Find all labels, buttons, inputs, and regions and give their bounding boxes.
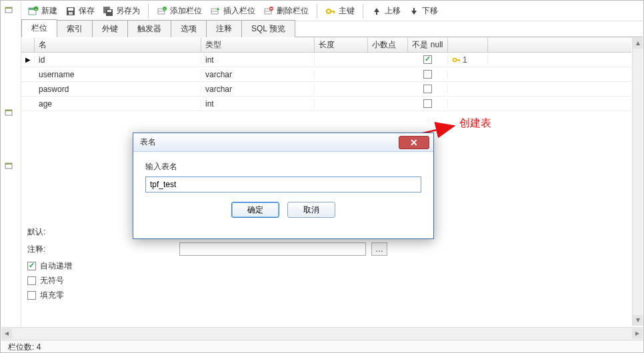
field-name-cell[interactable]: username — [35, 70, 201, 79]
comment-browse-button[interactable]: … — [371, 242, 387, 256]
comment-label: 注释: — [27, 244, 61, 255]
header-not-null: 不是 null — [408, 38, 448, 52]
checkbox-icon[interactable] — [423, 70, 432, 79]
table-row[interactable]: ▶ id int 1 — [21, 53, 631, 67]
tab-triggers[interactable]: 触发器 — [127, 20, 171, 37]
header-type: 类型 — [201, 38, 315, 52]
dialog-close-button[interactable]: ✕ — [399, 136, 429, 149]
header-length: 长度 — [315, 38, 368, 52]
svg-point-29 — [453, 58, 457, 61]
status-field-count: 栏位数: 4 — [8, 342, 41, 352]
svg-text:+: + — [35, 7, 37, 11]
tab-indexes[interactable]: 索引 — [57, 20, 93, 37]
separator — [363, 4, 363, 19]
svg-rect-1 — [5, 7, 12, 9]
field-type-cell[interactable]: varchar — [201, 70, 315, 79]
table-row[interactable]: age int — [21, 97, 631, 111]
move-down-label: 下移 — [422, 5, 438, 17]
vertical-scrollbar[interactable]: ▴ ▾ — [632, 38, 643, 326]
field-name-cell[interactable]: id — [35, 55, 201, 65]
delete-field-label: 删除栏位 — [277, 5, 309, 17]
field-not-null-cell[interactable] — [408, 70, 448, 79]
add-field-label: 添加栏位 — [170, 5, 202, 17]
field-type-cell[interactable]: varchar — [201, 85, 315, 94]
dialog-titlebar[interactable]: 表名 ✕ — [133, 133, 433, 152]
dialog-ok-button[interactable]: 确定 — [231, 202, 279, 218]
zerofill-checkbox[interactable] — [27, 291, 36, 300]
svg-rect-11 — [68, 8, 73, 11]
svg-rect-15 — [107, 10, 111, 12]
horizontal-scrollbar[interactable]: ◂ ▸ — [1, 327, 643, 339]
close-icon: ✕ — [410, 137, 418, 148]
insert-field-icon — [210, 6, 221, 17]
table-row[interactable]: username varchar — [21, 67, 631, 82]
tab-bar: 栏位 索引 外键 触发器 选项 注释 SQL 预览 — [21, 21, 643, 37]
new-button[interactable]: + 新建 — [24, 4, 61, 18]
gutter-marker-icon — [4, 108, 17, 117]
auto-increment-label: 自动递增 — [40, 260, 72, 272]
svg-rect-5 — [5, 163, 12, 165]
arrow-down-icon — [409, 6, 419, 17]
tab-comment[interactable]: 注释 — [206, 20, 242, 37]
svg-rect-12 — [69, 12, 73, 15]
move-up-label: 上移 — [385, 5, 401, 17]
table-row[interactable]: pasword varchar — [21, 82, 631, 97]
save-icon — [65, 6, 76, 17]
field-not-null-cell[interactable] — [408, 55, 448, 64]
primary-key-label: 主键 — [339, 5, 355, 17]
scroll-left-icon[interactable]: ◂ — [1, 328, 12, 339]
primary-key-button[interactable]: 主键 — [321, 4, 359, 18]
add-field-button[interactable]: + 添加栏位 — [153, 4, 206, 18]
scroll-down-icon[interactable]: ▾ — [633, 315, 643, 326]
field-not-null-cell[interactable] — [408, 99, 448, 108]
dialog-prompt: 输入表名 — [145, 161, 421, 173]
insert-field-label: 插入栏位 — [223, 5, 255, 17]
comment-input[interactable] — [179, 242, 366, 256]
annotation-label: 创建表 — [459, 117, 491, 131]
save-as-button[interactable]: 另存为 — [99, 4, 144, 18]
field-not-null-cell[interactable] — [408, 85, 448, 93]
dialog-title: 表名 — [140, 137, 156, 148]
unsigned-checkbox[interactable] — [27, 276, 36, 285]
fields-grid: 名 类型 长度 小数点 不是 null ▶ id int 1 username — [21, 38, 631, 113]
key-icon — [325, 6, 336, 17]
checkbox-icon[interactable] — [423, 55, 432, 64]
gutter-marker-icon — [4, 5, 17, 15]
move-up-button[interactable]: 上移 — [367, 4, 405, 18]
save-button[interactable]: 保存 — [61, 4, 99, 18]
key-index: 1 — [463, 55, 467, 65]
dialog-cancel-button[interactable]: 取消 — [287, 202, 335, 218]
save-as-icon — [103, 6, 113, 17]
unsigned-label: 无符号 — [40, 275, 64, 286]
svg-rect-25 — [270, 8, 273, 9]
header-name: 名 — [35, 38, 201, 52]
insert-field-button[interactable]: 插入栏位 — [206, 4, 259, 18]
header-indicator — [21, 38, 35, 52]
auto-increment-checkbox[interactable] — [27, 262, 36, 270]
scroll-up-icon[interactable]: ▴ — [633, 38, 643, 49]
svg-text:+: + — [163, 7, 166, 11]
checkbox-icon[interactable] — [423, 85, 432, 93]
primary-key-indicator: 1 — [452, 55, 467, 65]
field-name-cell[interactable]: age — [35, 99, 201, 109]
scroll-right-icon[interactable]: ▸ — [632, 328, 643, 339]
new-label: 新建 — [41, 5, 57, 17]
field-type-cell[interactable]: int — [201, 99, 315, 109]
tab-options[interactable]: 选项 — [171, 20, 207, 37]
tab-fields[interactable]: 栏位 — [21, 19, 57, 37]
tab-sql-preview[interactable]: SQL 预览 — [241, 20, 295, 37]
move-down-button[interactable]: 下移 — [405, 4, 442, 18]
field-key-cell[interactable]: 1 — [448, 55, 488, 65]
svg-rect-28 — [333, 11, 335, 13]
separator — [148, 4, 149, 19]
separator — [317, 4, 317, 19]
table-name-input[interactable] — [145, 176, 421, 192]
field-type-cell[interactable]: int — [201, 55, 315, 65]
add-field-icon: + — [157, 6, 167, 17]
tab-foreign-keys[interactable]: 外键 — [92, 20, 128, 37]
save-as-label: 另存为 — [116, 5, 140, 17]
delete-field-button[interactable]: 删除栏位 — [259, 4, 313, 18]
field-name-cell[interactable]: pasword — [35, 85, 201, 94]
checkbox-icon[interactable] — [423, 99, 432, 108]
header-decimals: 小数点 — [368, 38, 408, 52]
